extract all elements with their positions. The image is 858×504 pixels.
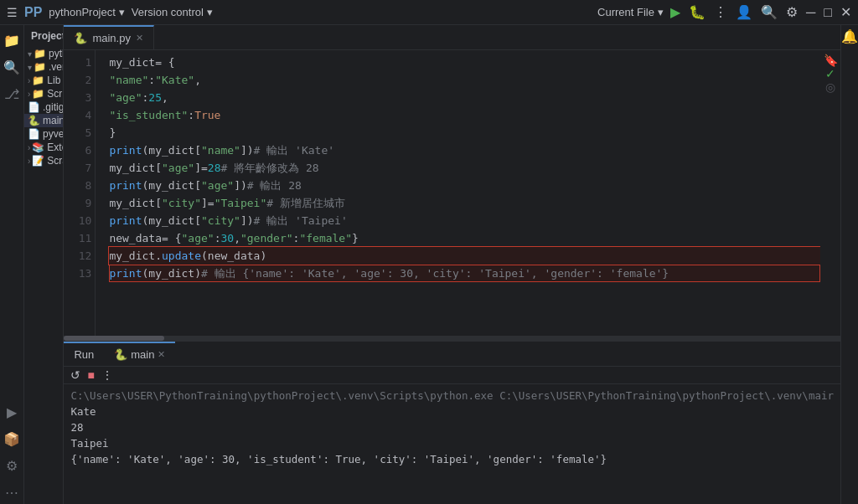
tree-label: Scripts <box>47 88 64 100</box>
version-control-label[interactable]: Version control ▾ <box>132 6 213 18</box>
code-editor[interactable]: my_dict = { "name": "Kate", "age": 25, "… <box>96 50 820 336</box>
hamburger-icon[interactable]: ☰ <box>7 6 18 19</box>
python-run-icon: 🐍 <box>114 348 127 361</box>
sidebar-header: Project ▾ <box>24 25 63 47</box>
tree-item-venv[interactable]: ▾ 📁 .venv library ro <box>24 60 63 74</box>
code-line-10: print(my_dict["city"]) # 輸出 'Taipei' <box>109 212 820 229</box>
activity-vcs-icon[interactable]: ⎇ <box>0 82 23 105</box>
activity-run-icon[interactable]: ▶ <box>0 400 23 424</box>
code-line-5: } <box>109 124 820 141</box>
code-line-7: my_dict["age"] = 28 # 將年齡修改為 28 <box>109 159 820 177</box>
tree-item-pythonProject[interactable]: ▾ 📁 pythonProject C <box>24 47 63 60</box>
run-tab[interactable]: Run <box>64 342 104 366</box>
chevron-icon: ▾ <box>28 63 32 72</box>
horizontal-scrollbar[interactable] <box>64 336 840 341</box>
terminal-output: C:\Users\USER\PythonTraining\pythonProje… <box>64 384 840 504</box>
notification-bell-icon[interactable]: 🔔 <box>841 28 858 44</box>
current-file-chevron-icon: ▾ <box>658 6 664 18</box>
chevron-icon: ▾ <box>28 49 32 59</box>
project-chevron-icon: ▾ <box>119 6 125 18</box>
tree-item-scripts[interactable]: › 📁 Scripts <box>24 87 63 100</box>
activity-bar: 📁 🔍 ⎇ ▶ 📦 ⚙ ⋯ <box>0 25 24 504</box>
activity-search-icon[interactable]: 🔍 <box>0 55 23 79</box>
term-line-5: {'name': 'Kate', 'age': 30, 'is_student'… <box>70 451 834 467</box>
folder-icon: 📁 <box>32 75 44 86</box>
code-line-1: my_dict = { <box>109 54 820 71</box>
activity-packages-icon[interactable]: 📦 <box>0 427 23 450</box>
tree-label: Lib <box>47 75 60 86</box>
restart-button[interactable]: ↺ <box>70 368 80 382</box>
tree-item-mainpy[interactable]: 🐍 main.py <box>24 114 63 127</box>
tree-label: .venv library ro <box>49 61 64 73</box>
tree-item-scratches[interactable]: › 📝 Scratches and Cor <box>24 154 63 167</box>
tree-label: pyvenv.cfg <box>43 128 64 140</box>
tab-bar: 🐍 main.py ✕ <box>64 25 840 50</box>
right-panel: 🔔 <box>840 25 858 504</box>
editor-gutter: 🔖 ✓ ◎ <box>820 50 840 336</box>
main-tab-close[interactable]: ✕ <box>158 349 165 360</box>
more-menu-button[interactable]: ⋮ <box>714 4 727 20</box>
file-icon: 📄 <box>28 128 40 140</box>
activity-more-icon[interactable]: ⋯ <box>0 481 23 504</box>
run-button[interactable]: ▶ <box>670 4 680 20</box>
sidebar: Project ▾ ▾ 📁 pythonProject C ▾ 📁 .venv … <box>24 25 64 504</box>
chevron-icon: › <box>28 76 30 85</box>
code-line-12: my_dict.update(new_data) <box>109 247 820 265</box>
editor-tab-mainpy[interactable]: 🐍 main.py ✕ <box>64 25 154 49</box>
external-libs-icon: 📚 <box>32 141 44 153</box>
terminal-more-button[interactable]: ⋮ <box>101 368 113 382</box>
tab-close-button[interactable]: ✕ <box>136 33 143 44</box>
sidebar-title: Project <box>31 30 64 42</box>
code-line-4: "is_student": True <box>109 106 820 124</box>
copilot-icon[interactable]: ◎ <box>825 80 835 94</box>
tree-label: Scratches and Cor <box>47 155 64 167</box>
tree-label: pythonProject <box>49 48 64 59</box>
minimize-button[interactable]: ─ <box>806 5 815 20</box>
bottom-panel: Run 🐍 main ✕ ↺ ■ ⋮ C:\Users\USER\PythonT… <box>64 341 840 504</box>
project-name-label[interactable]: pythonProject ▾ <box>49 6 125 18</box>
main-tab[interactable]: 🐍 main ✕ <box>104 342 175 366</box>
chevron-icon: › <box>28 143 30 152</box>
current-file-button[interactable]: Current File ▾ <box>597 6 664 18</box>
profile-icon[interactable]: 👤 <box>736 4 752 20</box>
file-icon: 📄 <box>28 101 40 113</box>
code-line-11: new_data = {"age": 30, "gender": "female… <box>109 229 820 247</box>
folder-icon: 📁 <box>34 61 46 73</box>
chevron-icon: › <box>28 157 30 166</box>
tree-item-gitignore[interactable]: 📄 .gitignore <box>24 100 63 114</box>
tab-label: main.py <box>92 32 131 44</box>
tree-item-lib[interactable]: › 📁 Lib <box>24 74 63 87</box>
editor-content[interactable]: 12345 678910 111213 my_dict = { "name": … <box>64 50 840 336</box>
tree-item-external[interactable]: › 📚 External Libraries <box>24 141 63 154</box>
activity-project-icon[interactable]: 📁 <box>0 28 23 52</box>
scratches-icon: 📝 <box>32 155 44 167</box>
app-logo: PP <box>24 5 42 20</box>
search-topbar-icon[interactable]: 🔍 <box>761 4 778 20</box>
tree-label: External Libraries <box>47 141 64 153</box>
folder-icon: 📁 <box>34 48 46 59</box>
maximize-button[interactable]: □ <box>824 5 832 20</box>
tab-file-icon: 🐍 <box>74 32 87 44</box>
main-tab-label: main <box>131 348 154 361</box>
tree-label: main.py <box>43 115 64 126</box>
bookmark-icon[interactable]: 🔖 <box>824 54 838 67</box>
term-line-4: Taipei <box>70 435 834 451</box>
activity-settings-icon[interactable]: ⚙ <box>0 454 23 477</box>
close-button[interactable]: ✕ <box>840 4 851 20</box>
debug-button[interactable]: 🐛 <box>689 4 706 20</box>
code-line-9: my_dict["city"] = "Taipei" # 新增居住城市 <box>109 194 820 212</box>
chevron-icon: › <box>28 90 30 99</box>
code-line-8: print(my_dict["age"]) # 輸出 28 <box>109 177 820 194</box>
bottom-tab-bar: Run 🐍 main ✕ <box>64 342 840 367</box>
code-line-13: print(my_dict) # 輸出 {'name': 'Kate', 'ag… <box>109 265 820 282</box>
stop-button[interactable]: ■ <box>87 368 94 382</box>
editor-area: 🐍 main.py ✕ 12345 678910 111213 my_dict … <box>64 25 840 504</box>
code-line-6: print(my_dict["name"]) # 輸出 'Kate' <box>109 141 820 159</box>
code-line-2: "name": "Kate", <box>109 71 820 89</box>
check-icon[interactable]: ✓ <box>825 67 835 80</box>
tree-item-pyvenv[interactable]: 📄 pyvenv.cfg <box>24 127 63 141</box>
term-line-2: Kate <box>70 404 834 419</box>
python-file-icon: 🐍 <box>28 115 40 126</box>
settings-topbar-icon[interactable]: ⚙ <box>786 4 798 20</box>
vc-chevron-icon: ▾ <box>207 6 213 18</box>
